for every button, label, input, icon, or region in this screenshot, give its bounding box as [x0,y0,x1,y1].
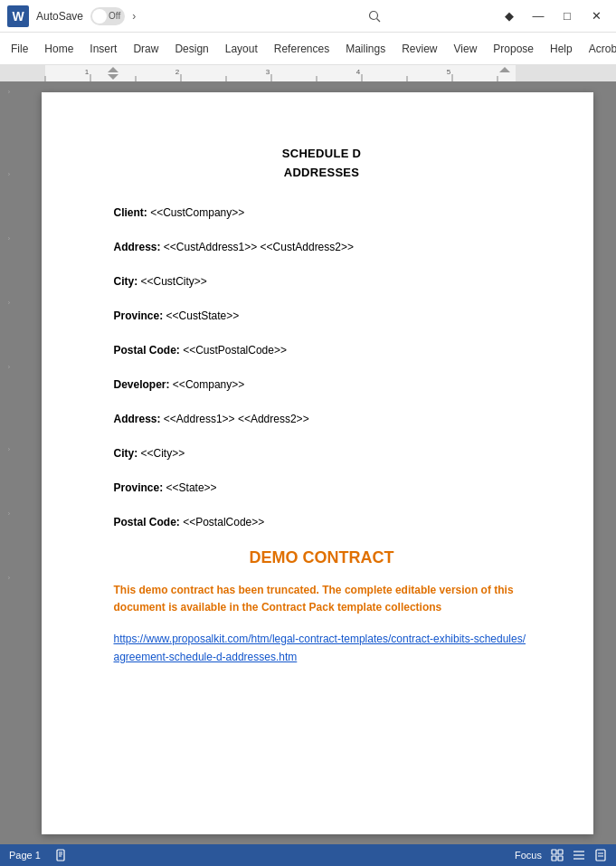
svg-rect-29 [552,850,556,854]
client-label: Client: [114,206,147,219]
title-bar-center [252,5,498,27]
dev-postal-value: <<PostalCode>> [180,516,264,528]
dev-address-field: Address: <<Address1>> <<Address2>> [114,411,530,427]
svg-point-0 [369,11,377,19]
menu-layout[interactable]: Layout [218,39,265,59]
menu-design[interactable]: Design [167,39,215,59]
main-area: › › › › › › › › SCHEDULE D ADDRESSES Cli… [0,81,616,844]
margin-indicator-1: › [8,89,10,95]
svg-rect-25 [57,850,64,861]
menu-home[interactable]: Home [37,39,81,59]
svg-rect-31 [552,856,556,861]
dev-address-label: Address: [114,413,161,425]
margin-indicator-8: › [8,575,10,581]
title-bar: W AutoSave Off › ◆ — □ ✕ [0,0,616,33]
title-bar-left: W AutoSave Off › [7,5,252,27]
ruler: // Will be rendered below via inline SVG… [0,65,616,81]
province-field: Province: <<CustState>> [114,308,530,324]
svg-text:2: 2 [175,68,180,76]
address-field: Address: <<CustAddress1>> <<CustAddress2… [114,239,530,255]
developer-label: Developer: [114,378,170,391]
view-icon-3[interactable] [594,849,607,861]
view-icon-1[interactable] [551,849,564,861]
dev-city-value: <<City>> [137,447,185,460]
margin-indicator-3: › [8,235,10,242]
demo-contract-title: DEMO CONTRACT [114,548,530,567]
menu-file[interactable]: File [4,39,35,59]
doc-subtitle: ADDRESSES [114,166,530,179]
word-icon: W [7,5,29,27]
search-icon[interactable] [364,5,385,27]
dev-province-label: Province: [114,481,164,494]
menu-draw[interactable]: Draw [126,39,166,59]
margin-indicator-5: › [8,364,10,370]
document-page: SCHEDULE D ADDRESSES Client: <<CustCompa… [42,92,593,834]
menu-propose[interactable]: Propose [486,39,541,59]
minimize-button[interactable]: — [526,4,551,29]
svg-text:1: 1 [85,68,90,76]
city-label: City: [114,275,138,288]
developer-field: Developer: <<Company>> [114,376,530,393]
focus-label[interactable]: Focus [515,850,542,861]
margin-indicator-7: › [8,510,10,517]
ruler-svg: // Will be rendered below via inline SVG… [0,65,616,81]
svg-text:3: 3 [266,68,270,76]
document-scroll-area[interactable]: SCHEDULE D ADDRESSES Client: <<CustCompa… [18,81,616,844]
city-field: City: <<CustCity>> [114,273,530,290]
menu-help[interactable]: Help [543,39,580,59]
svg-rect-30 [558,850,563,854]
title-bar-right: ◆ — □ ✕ [497,4,609,29]
svg-text:5: 5 [447,68,451,76]
document-icon[interactable] [55,849,68,861]
menu-mailings[interactable]: Mailings [338,39,393,59]
menu-acrobat[interactable]: Acrobat [582,39,616,59]
close-button[interactable]: ✕ [583,4,609,29]
demo-contract-link[interactable]: https://www.proposalkit.com/htm/legal-co… [114,631,530,665]
dev-city-field: City: <<City>> [114,445,530,462]
autosave-label: AutoSave [36,10,83,23]
svg-line-1 [376,18,380,22]
status-bar-right: Focus [515,849,607,861]
developer-value: <<Company>> [170,378,245,391]
client-value: <<CustCompany>> [147,206,244,219]
dev-address-value: <<Address1>> <<Address2>> [161,413,309,425]
left-margin-bar: › › › › › › › › [0,81,18,844]
menu-review[interactable]: Review [394,39,444,59]
margin-indicator-4: › [8,300,10,306]
svg-rect-32 [558,856,563,861]
dev-province-field: Province: <<State>> [114,480,530,496]
svg-rect-36 [596,850,605,861]
svg-rect-4 [0,65,45,81]
svg-text:4: 4 [356,68,361,76]
status-bar: Page 1 Focus [0,844,616,866]
more-options-icon[interactable]: › [132,10,136,23]
dev-province-value: <<State>> [163,481,216,494]
page-status: Page 1 [9,850,41,861]
menu-insert[interactable]: Insert [82,39,124,59]
province-label: Province: [114,309,164,322]
doc-title: SCHEDULE D [114,147,530,160]
menu-bar: File Home Insert Draw Design Layout Refe… [0,33,616,65]
province-value: <<CustState>> [163,309,239,322]
postal-value: <<CustPostalCode>> [180,344,287,357]
maximize-button[interactable]: □ [554,4,580,29]
dev-postal-label: Postal Code: [114,516,180,528]
svg-rect-5 [516,65,616,81]
toggle-off-label: Off [109,11,123,21]
menu-view[interactable]: View [447,39,485,59]
city-value: <<CustCity>> [137,275,207,288]
diamond-icon[interactable]: ◆ [497,4,522,29]
postal-field: Postal Code: <<CustPostalCode>> [114,342,530,358]
dev-postal-field: Postal Code: <<PostalCode>> [114,514,530,530]
dev-city-label: City: [114,447,138,460]
toggle-knob [92,9,107,24]
margin-indicator-6: › [8,446,10,452]
view-icon-2[interactable] [573,849,585,861]
demo-contract-text: This demo contract has been truncated. T… [114,582,530,616]
address-label: Address: [114,241,161,253]
menu-references[interactable]: References [267,39,336,59]
postal-label: Postal Code: [114,344,180,357]
autosave-toggle[interactable]: Off [90,7,125,25]
margin-indicator-2: › [8,171,10,177]
address-value: <<CustAddress1>> <<CustAddress2>> [161,241,354,253]
